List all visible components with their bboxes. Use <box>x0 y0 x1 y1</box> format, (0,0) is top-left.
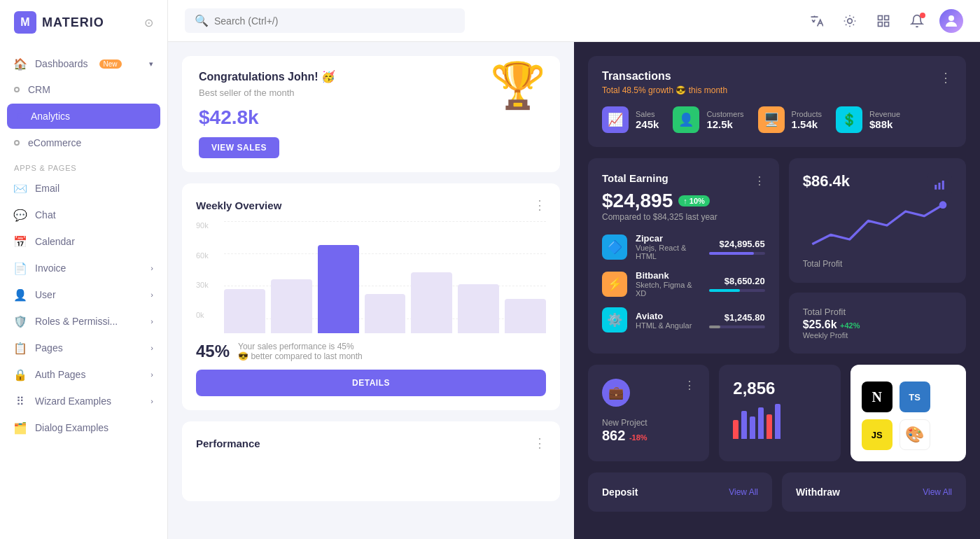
deposit-card: Deposit View All <box>588 472 772 512</box>
revenue-value: $88k <box>869 118 900 130</box>
new-project-value: 862 -18% <box>602 428 695 444</box>
zipcar-amount: $24,895.65 <box>709 239 765 249</box>
translate-icon[interactable] <box>805 10 827 32</box>
bar-7 <box>505 299 546 333</box>
svg-point-5 <box>948 15 954 21</box>
customers-label: Customers <box>706 110 743 118</box>
new-badge: New <box>99 59 122 69</box>
products-icon: 🖥️ <box>758 106 785 133</box>
transactions-menu-icon[interactable]: ⋮ <box>939 70 952 85</box>
svg-rect-4 <box>885 22 889 26</box>
chart-label-60k: 60k <box>196 251 209 260</box>
sidebar-item-roles[interactable]: 🛡️ Roles & Permissi... › <box>0 308 167 335</box>
topbar: 🔍 <box>168 0 980 42</box>
performance-card: Performance ⋮ <box>182 421 560 501</box>
aviato-sub: HTML & Angular <box>636 321 701 330</box>
transactions-title: Transactions <box>602 70 727 83</box>
zipcar-sub: Vuejs, React & HTML <box>636 244 701 260</box>
profit-line-chart <box>803 197 952 253</box>
chart-icon <box>927 172 952 197</box>
grid-icon[interactable] <box>872 10 895 32</box>
bitbank-name: Bitbank <box>636 270 701 281</box>
new-project-title: New Project <box>602 418 695 428</box>
logo-text: MATERIO <box>42 15 104 30</box>
sidebar-nav: 🏠 Dashboards New ▾ CRM Analytics eCommer… <box>0 45 167 539</box>
sidebar-item-wizard[interactable]: ⠿ Wizard Examples › <box>0 388 167 414</box>
chart-label-90k: 90k <box>196 221 209 230</box>
sidebar-item-crm[interactable]: CRM <box>0 77 167 102</box>
main-area: 🔍 Congratul <box>168 0 980 539</box>
chart-pct: 45% <box>196 342 230 361</box>
zipcar-name: Zipcar <box>636 233 701 244</box>
performance-menu-icon[interactable]: ⋮ <box>533 435 546 451</box>
logo-icon: M <box>14 11 36 34</box>
search-input[interactable] <box>214 15 455 27</box>
invoice-chevron: › <box>150 264 153 272</box>
new-project-menu[interactable]: ⋮ <box>684 379 695 392</box>
total-profit-value: $25.6k +42% <box>803 318 860 331</box>
revenue-label: Revenue <box>869 110 900 118</box>
earning-badge: ↑ 10% <box>678 195 710 206</box>
search-bar[interactable]: 🔍 <box>185 8 465 33</box>
sidebar-header: M MATERIO ⊙ <box>0 0 167 45</box>
txn-products: 🖥️ Products 1.54k <box>758 106 822 133</box>
txn-sales: 📈 Sales 245k <box>602 106 659 133</box>
sidebar-item-dialog[interactable]: 🗂️ Dialog Examples <box>0 414 167 441</box>
total-profit-main-value: $86.4k <box>803 172 850 190</box>
brightness-icon[interactable] <box>839 10 861 32</box>
sidebar-item-pages[interactable]: 📋 Pages › <box>0 335 167 361</box>
mini-bar-5 <box>766 414 772 439</box>
sidebar-item-calendar[interactable]: 📅 Calendar <box>0 228 167 255</box>
bitbank-amount: $8,650.20 <box>709 276 765 286</box>
new-project-card: 💼 ⋮ New Project 862 -18% <box>588 365 709 461</box>
sidebar-item-auth[interactable]: 🔒 Auth Pages › <box>0 361 167 388</box>
pages-icon: 📋 <box>14 342 27 354</box>
mini-bar-4 <box>758 407 764 439</box>
home-icon: 🏠 <box>14 57 27 70</box>
sidebar-item-dashboards[interactable]: 🏠 Dashboards New ▾ <box>0 50 167 77</box>
total-profit-title: Total Profit <box>803 307 860 317</box>
aviato-bar <box>709 326 720 328</box>
sidebar-item-user[interactable]: 👤 User › <box>0 281 167 308</box>
sidebar-item-email[interactable]: ✉️ Email <box>0 175 167 202</box>
weekly-menu-icon[interactable]: ⋮ <box>533 197 546 213</box>
notification-icon[interactable] <box>906 10 928 32</box>
aviato-name: Aviato <box>636 311 701 321</box>
chart-label-0k: 0k <box>196 311 209 319</box>
weekly-title: Weekly Overview <box>196 200 281 211</box>
sidebar-toggle-icon[interactable]: ⊙ <box>144 16 153 29</box>
earning-zipcar: 🔷 Zipcar Vuejs, React & HTML $24,895.65 <box>602 233 765 260</box>
user-icon: 👤 <box>14 288 27 301</box>
avatar[interactable] <box>939 9 963 33</box>
performance-placeholder <box>196 459 546 487</box>
earning-amount: $24,895 ↑ 10% <box>602 190 765 212</box>
svg-point-0 <box>848 18 853 23</box>
bar-5 <box>411 272 452 333</box>
details-button[interactable]: DETAILS <box>196 370 546 396</box>
bitbank-bar <box>709 289 740 292</box>
invoice-icon: 📄 <box>14 262 27 274</box>
customers-icon: 👤 <box>673 106 699 133</box>
content-area: Congratulations John! 🥳 Best seller of t… <box>168 42 980 539</box>
products-label: Products <box>792 110 822 118</box>
tech-logos: N TS JS 🎨 <box>862 382 955 450</box>
nextjs-logo: N <box>862 382 892 412</box>
deposit-withdraw-row: Deposit View All Withdraw View All <box>588 472 966 512</box>
chart-footer: 45% Your sales performance is 45% 😎 bett… <box>196 342 546 361</box>
deposit-title: Deposit <box>602 486 638 498</box>
svg-rect-8 <box>942 181 944 190</box>
sidebar-item-ecommerce[interactable]: eCommerce <box>0 130 167 155</box>
view-sales-button[interactable]: VIEW SALES <box>199 137 279 158</box>
weekly-header: Weekly Overview ⋮ <box>196 197 546 213</box>
weekly-profit-card: Total Profit $25.6k +42% Weekly Profit <box>789 293 966 354</box>
earning-menu-icon[interactable]: ⋮ <box>754 174 765 188</box>
sidebar-item-analytics[interactable]: Analytics <box>7 104 160 129</box>
svg-rect-1 <box>878 15 883 20</box>
mini-bar-1 <box>733 420 738 440</box>
deposit-view-all[interactable]: View All <box>729 487 758 497</box>
transactions-stats: 📈 Sales 245k 👤 Customers 12.5k <box>602 106 952 133</box>
sidebar-item-chat[interactable]: 💬 Chat <box>0 202 167 228</box>
sidebar-item-invoice[interactable]: 📄 Invoice › <box>0 255 167 281</box>
earning-title: Total Earning <box>602 172 668 184</box>
withdraw-view-all[interactable]: View All <box>923 487 952 497</box>
